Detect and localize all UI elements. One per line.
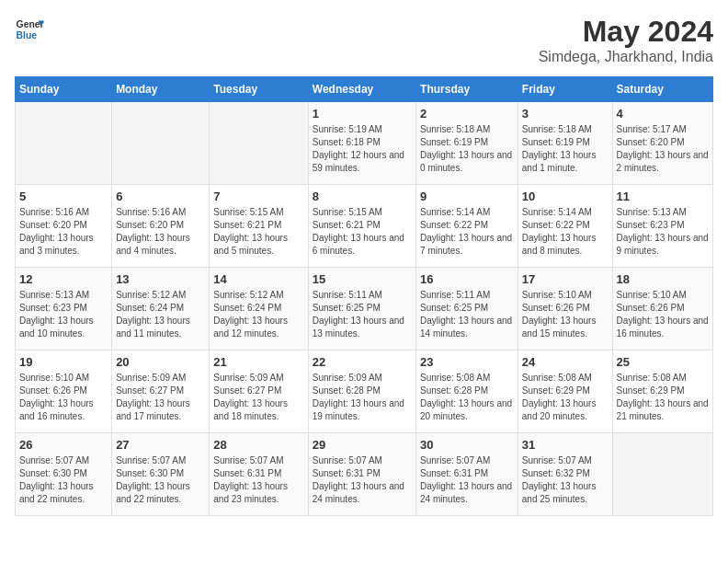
calendar-cell: 23Sunrise: 5:08 AM Sunset: 6:28 PM Dayli…	[416, 350, 518, 433]
day-number: 1	[313, 107, 412, 121]
day-info: Sunrise: 5:07 AM Sunset: 6:31 PM Dayligh…	[420, 454, 514, 506]
day-info: Sunrise: 5:18 AM Sunset: 6:19 PM Dayligh…	[420, 123, 514, 175]
week-row-1: 5Sunrise: 5:16 AM Sunset: 6:20 PM Daylig…	[16, 185, 713, 268]
day-info: Sunrise: 5:10 AM Sunset: 6:26 PM Dayligh…	[617, 289, 709, 340]
day-number: 2	[420, 107, 514, 121]
calendar-cell: 25Sunrise: 5:08 AM Sunset: 6:29 PM Dayli…	[612, 350, 712, 433]
calendar-cell: 10Sunrise: 5:14 AM Sunset: 6:22 PM Dayli…	[518, 185, 612, 268]
day-info: Sunrise: 5:19 AM Sunset: 6:18 PM Dayligh…	[313, 123, 412, 175]
calendar-cell: 30Sunrise: 5:07 AM Sunset: 6:31 PM Dayli…	[416, 433, 518, 516]
day-info: Sunrise: 5:08 AM Sunset: 6:28 PM Dayligh…	[420, 372, 514, 423]
header-cell-thursday: Thursday	[416, 77, 518, 102]
calendar-header: SundayMondayTuesdayWednesdayThursdayFrid…	[16, 77, 713, 102]
day-info: Sunrise: 5:10 AM Sunset: 6:26 PM Dayligh…	[19, 372, 108, 423]
calendar-cell: 20Sunrise: 5:09 AM Sunset: 6:27 PM Dayli…	[112, 350, 210, 433]
calendar-cell: 3Sunrise: 5:18 AM Sunset: 6:19 PM Daylig…	[518, 102, 612, 185]
day-number: 5	[19, 190, 108, 203]
calendar-cell: 2Sunrise: 5:18 AM Sunset: 6:19 PM Daylig…	[416, 102, 518, 185]
calendar-cell: 31Sunrise: 5:07 AM Sunset: 6:32 PM Dayli…	[518, 433, 612, 516]
calendar-cell: 18Sunrise: 5:10 AM Sunset: 6:26 PM Dayli…	[612, 268, 712, 350]
calendar-cell: 1Sunrise: 5:19 AM Sunset: 6:18 PM Daylig…	[308, 102, 415, 185]
calendar-body: 1Sunrise: 5:19 AM Sunset: 6:18 PM Daylig…	[16, 102, 713, 516]
day-info: Sunrise: 5:12 AM Sunset: 6:24 PM Dayligh…	[116, 289, 205, 340]
page-header: General Blue May 2024 Simdega, Jharkhand…	[15, 15, 713, 65]
calendar-cell: 5Sunrise: 5:16 AM Sunset: 6:20 PM Daylig…	[16, 185, 112, 268]
day-number: 15	[313, 272, 412, 286]
calendar-cell: 12Sunrise: 5:13 AM Sunset: 6:23 PM Dayli…	[16, 268, 112, 350]
day-number: 14	[213, 272, 303, 286]
calendar-cell: 21Sunrise: 5:09 AM Sunset: 6:27 PM Dayli…	[210, 350, 308, 433]
day-number: 27	[116, 438, 205, 452]
day-info: Sunrise: 5:14 AM Sunset: 6:22 PM Dayligh…	[522, 206, 609, 258]
day-number: 18	[617, 272, 709, 286]
day-number: 12	[19, 272, 108, 286]
day-info: Sunrise: 5:16 AM Sunset: 6:20 PM Dayligh…	[116, 206, 205, 258]
day-info: Sunrise: 5:08 AM Sunset: 6:29 PM Dayligh…	[522, 372, 609, 423]
calendar-cell	[16, 102, 112, 185]
title-block: May 2024 Simdega, Jharkhand, India	[539, 15, 713, 65]
calendar-cell	[210, 102, 308, 185]
day-number: 11	[617, 190, 709, 203]
day-number: 26	[19, 438, 108, 452]
day-info: Sunrise: 5:07 AM Sunset: 6:31 PM Dayligh…	[213, 454, 303, 506]
day-info: Sunrise: 5:07 AM Sunset: 6:30 PM Dayligh…	[116, 454, 205, 506]
calendar-cell: 16Sunrise: 5:11 AM Sunset: 6:25 PM Dayli…	[416, 268, 518, 350]
day-info: Sunrise: 5:07 AM Sunset: 6:30 PM Dayligh…	[19, 454, 108, 506]
day-number: 25	[617, 355, 709, 369]
day-info: Sunrise: 5:09 AM Sunset: 6:28 PM Dayligh…	[313, 372, 412, 423]
day-info: Sunrise: 5:12 AM Sunset: 6:24 PM Dayligh…	[213, 289, 303, 340]
calendar-cell: 19Sunrise: 5:10 AM Sunset: 6:26 PM Dayli…	[16, 350, 112, 433]
day-number: 24	[522, 355, 609, 369]
week-row-0: 1Sunrise: 5:19 AM Sunset: 6:18 PM Daylig…	[16, 102, 713, 185]
day-info: Sunrise: 5:15 AM Sunset: 6:21 PM Dayligh…	[313, 206, 412, 258]
day-info: Sunrise: 5:11 AM Sunset: 6:25 PM Dayligh…	[420, 289, 514, 340]
day-number: 20	[116, 355, 205, 369]
day-number: 16	[420, 272, 514, 286]
header-cell-saturday: Saturday	[612, 77, 712, 102]
week-row-2: 12Sunrise: 5:13 AM Sunset: 6:23 PM Dayli…	[16, 268, 713, 350]
day-number: 4	[617, 107, 709, 121]
calendar-cell: 29Sunrise: 5:07 AM Sunset: 6:31 PM Dayli…	[308, 433, 415, 516]
calendar-cell: 15Sunrise: 5:11 AM Sunset: 6:25 PM Dayli…	[308, 268, 415, 350]
header-row: SundayMondayTuesdayWednesdayThursdayFrid…	[16, 77, 713, 102]
day-number: 29	[313, 438, 412, 452]
calendar-cell: 28Sunrise: 5:07 AM Sunset: 6:31 PM Dayli…	[210, 433, 308, 516]
calendar-cell	[612, 433, 712, 516]
subtitle: Simdega, Jharkhand, India	[539, 49, 713, 65]
day-info: Sunrise: 5:09 AM Sunset: 6:27 PM Dayligh…	[213, 372, 303, 423]
day-info: Sunrise: 5:13 AM Sunset: 6:23 PM Dayligh…	[19, 289, 108, 340]
day-info: Sunrise: 5:11 AM Sunset: 6:25 PM Dayligh…	[313, 289, 412, 340]
day-number: 10	[522, 190, 609, 203]
day-info: Sunrise: 5:09 AM Sunset: 6:27 PM Dayligh…	[116, 372, 205, 423]
day-info: Sunrise: 5:17 AM Sunset: 6:20 PM Dayligh…	[617, 123, 709, 175]
calendar-cell: 7Sunrise: 5:15 AM Sunset: 6:21 PM Daylig…	[210, 185, 308, 268]
calendar-cell: 14Sunrise: 5:12 AM Sunset: 6:24 PM Dayli…	[210, 268, 308, 350]
day-number: 13	[116, 272, 205, 286]
day-number: 22	[313, 355, 412, 369]
day-info: Sunrise: 5:16 AM Sunset: 6:20 PM Dayligh…	[19, 206, 108, 258]
header-cell-wednesday: Wednesday	[308, 77, 415, 102]
day-number: 7	[213, 190, 303, 203]
logo-icon: General Blue	[15, 15, 44, 44]
calendar-cell: 11Sunrise: 5:13 AM Sunset: 6:23 PM Dayli…	[612, 185, 712, 268]
calendar-cell	[112, 102, 210, 185]
calendar-cell: 9Sunrise: 5:14 AM Sunset: 6:22 PM Daylig…	[416, 185, 518, 268]
calendar-cell: 22Sunrise: 5:09 AM Sunset: 6:28 PM Dayli…	[308, 350, 415, 433]
day-info: Sunrise: 5:08 AM Sunset: 6:29 PM Dayligh…	[617, 372, 709, 423]
header-cell-sunday: Sunday	[16, 77, 112, 102]
week-row-3: 19Sunrise: 5:10 AM Sunset: 6:26 PM Dayli…	[16, 350, 713, 433]
day-info: Sunrise: 5:07 AM Sunset: 6:32 PM Dayligh…	[522, 454, 609, 506]
week-row-4: 26Sunrise: 5:07 AM Sunset: 6:30 PM Dayli…	[16, 433, 713, 516]
calendar-cell: 26Sunrise: 5:07 AM Sunset: 6:30 PM Dayli…	[16, 433, 112, 516]
calendar-cell: 4Sunrise: 5:17 AM Sunset: 6:20 PM Daylig…	[612, 102, 712, 185]
day-info: Sunrise: 5:15 AM Sunset: 6:21 PM Dayligh…	[213, 206, 303, 258]
svg-text:Blue: Blue	[17, 30, 38, 40]
header-cell-friday: Friday	[518, 77, 612, 102]
logo: General Blue	[15, 15, 44, 44]
day-info: Sunrise: 5:10 AM Sunset: 6:26 PM Dayligh…	[522, 289, 609, 340]
calendar-table: SundayMondayTuesdayWednesdayThursdayFrid…	[15, 76, 713, 516]
day-number: 23	[420, 355, 514, 369]
day-info: Sunrise: 5:18 AM Sunset: 6:19 PM Dayligh…	[522, 123, 609, 175]
day-number: 31	[522, 438, 609, 452]
calendar-cell: 24Sunrise: 5:08 AM Sunset: 6:29 PM Dayli…	[518, 350, 612, 433]
